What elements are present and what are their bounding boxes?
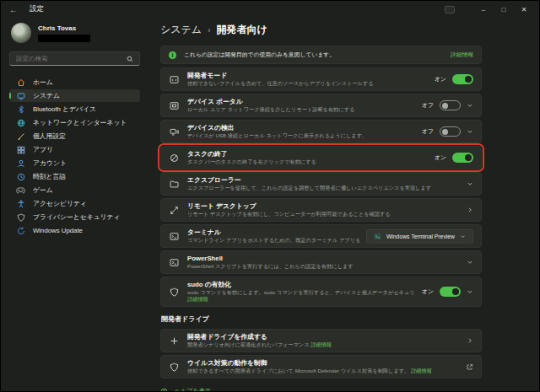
- accounts-icon: [16, 159, 25, 168]
- row-title: デバイスの検出: [187, 124, 415, 132]
- search-input[interactable]: [10, 55, 127, 62]
- sidebar-item-system[interactable]: システム: [9, 89, 140, 102]
- apps-icon: [16, 146, 25, 154]
- row-title: sudo の有効化: [187, 281, 415, 289]
- row-subtitle: リモート デスクトップを有効にし、コンピューターが利用可能であることを確認する: [187, 211, 460, 217]
- sidebar-item-network[interactable]: ネットワークとインターネット: [9, 116, 140, 129]
- device-discovery-toggle[interactable]: [440, 126, 461, 137]
- network-icon: [16, 119, 25, 127]
- chevron-down-icon[interactable]: [467, 288, 473, 295]
- banner-text: これらの設定は開発目的での使用のみを意図しています。: [184, 51, 451, 59]
- row-title: 開発者モード: [187, 72, 428, 80]
- row-subtitle: ローカル エリア ネットワーク接続を介したリモート診断を有効にする: [187, 106, 415, 113]
- close-button[interactable]: ✕: [514, 3, 534, 16]
- sidebar-item-label: アカウント: [33, 158, 67, 168]
- sidebar-item-gaming[interactable]: ゲーム: [9, 184, 140, 196]
- breadcrumb-separator: ›: [208, 25, 210, 35]
- get-help-link[interactable]: ヘルプを表示: [160, 387, 482, 392]
- chevron-down-icon[interactable]: [467, 180, 473, 187]
- shield-icon: [169, 362, 180, 372]
- system-icon: [16, 92, 25, 100]
- row-powershell[interactable]: PowerShell PowerShell スクリプトを実行するには、これらの設…: [160, 250, 482, 274]
- minimize-button[interactable]: –: [473, 3, 494, 16]
- banner-learn-more-link[interactable]: 詳細情報: [451, 51, 473, 59]
- sidebar-item-personalization[interactable]: 個人用設定: [9, 130, 140, 142]
- powershell-icon: [169, 258, 180, 267]
- sidebar-item-label: 時刻と言語: [33, 172, 66, 181]
- main-pane: システム › 開発者向け i これらの設定は開発目的での使用のみを意図しています…: [148, 18, 539, 392]
- sudo-learn-more-link[interactable]: 詳細情報: [187, 296, 208, 302]
- row-subtitle: エクスプローラーを使用して、これらの設定を調整して開発者に優しいエクスペリエンス…: [187, 185, 460, 191]
- sidebar-item-home[interactable]: ホーム: [9, 76, 140, 89]
- row-antivirus-control[interactable]: ウイルス対策の動作を制御 信頼できるすべての開発者ドライブにおいて Micros…: [160, 355, 482, 379]
- row-sudo[interactable]: sudo の有効化 sudo コマンドを有効にします。sudo コマンドを実行す…: [160, 277, 482, 307]
- device-discovery-icon: [169, 127, 180, 137]
- chevron-right-icon[interactable]: [467, 337, 473, 344]
- row-device-discovery[interactable]: デバイスの検出 デバイスが USB 接続とローカル ネットワークに表示されるよう…: [160, 120, 482, 143]
- explorer-folder-icon: [169, 180, 180, 189]
- row-end-task[interactable]: タスクの終了 タスク バーのタスクの終了を右クリックで有効にする オン: [160, 146, 482, 169]
- toggle-state-label: オン: [422, 287, 434, 296]
- chevron-down-icon[interactable]: [467, 128, 473, 135]
- row-subtitle: コマンドライン アプリをホストするための、既定のターミナル アプリを選択します: [187, 237, 359, 244]
- page-title: 開発者向け: [216, 23, 267, 37]
- user-profile: Chris Tovas: [11, 23, 140, 43]
- row-terminal[interactable]: ターミナル コマンドライン アプリをホストするための、既定のターミナル アプリを…: [160, 224, 482, 248]
- toggle-state-label: オフ: [422, 101, 434, 110]
- row-title: ターミナル: [187, 228, 359, 237]
- sidebar-item-accessibility[interactable]: アクセシビリティ: [9, 197, 140, 210]
- sidebar-item-accounts[interactable]: アカウント: [9, 157, 140, 169]
- sidebar-item-label: アプリ: [33, 145, 53, 154]
- row-subtitle: sudo コマンドを有効にします。sudo コマンドを実行すると、デバイスと個人…: [187, 289, 415, 296]
- toggle-state-label: オン: [435, 75, 446, 83]
- chevron-down-icon[interactable]: [467, 102, 473, 109]
- row-title: エクスプローラー: [187, 176, 460, 185]
- external-link-icon[interactable]: [466, 363, 473, 371]
- user-name: Chris Tovas: [38, 24, 90, 32]
- row-title: デバイス ポータル: [187, 98, 415, 106]
- sidebar-item-apps[interactable]: アプリ: [9, 143, 140, 156]
- row-remote-desktop[interactable]: リモート デスクトップ リモート デスクトップを有効にし、コンピューターが利用可…: [160, 198, 482, 222]
- info-banner: i これらの設定は開発目的での使用のみを意図しています。 詳細情報: [160, 46, 482, 64]
- sidebar-item-label: Windows Update: [33, 227, 83, 234]
- toggle-state-label: オン: [435, 153, 446, 162]
- back-button[interactable]: ←: [9, 5, 23, 14]
- windows-terminal-icon: [374, 233, 381, 240]
- developer-mode-toggle[interactable]: [452, 74, 473, 84]
- row-title: タスクの終了: [187, 150, 428, 158]
- end-task-toggle[interactable]: [452, 153, 473, 163]
- sidebar-item-time-language[interactable]: 時刻と言語: [9, 170, 140, 183]
- sidebar-item-windows-update[interactable]: Windows Update: [9, 224, 140, 237]
- personalization-icon: [16, 132, 25, 141]
- row-device-portal[interactable]: デバイス ポータル ローカル エリア ネットワーク接続を介したリモート診断を有効…: [160, 94, 482, 117]
- chevron-right-icon[interactable]: [467, 207, 473, 213]
- sidebar-item-label: プライバシーとセキュリティ: [33, 212, 121, 222]
- breadcrumb-system[interactable]: システム: [160, 23, 202, 37]
- row-subtitle: PowerShell スクリプトを実行するには、これらの設定を有効にします: [187, 263, 460, 270]
- row-subtitle: デバイスが USB 接続とローカル ネットワークに表示されるようにします。: [187, 132, 415, 139]
- dev-drive-learn-more-link[interactable]: 詳細情報: [310, 341, 332, 347]
- search-box[interactable]: [9, 51, 140, 66]
- terminal-app-dropdown[interactable]: Windows Terminal Preview: [366, 229, 473, 244]
- sidebar-item-privacy[interactable]: プライバシーとセキュリティ: [9, 211, 140, 223]
- row-create-dev-drive[interactable]: 開発者ドライブを作成する 開発者シナリオ向けに最適化されたパフォーマンス 詳細情…: [160, 329, 482, 352]
- sidebar: Chris Tovas ホーム システム Bluetooth とデバ: [1, 18, 148, 392]
- settings-window: ← 設定 – □ ✕ Chris Tovas: [0, 0, 540, 392]
- maximize-button[interactable]: □: [494, 3, 514, 16]
- chevron-down-icon[interactable]: [467, 259, 473, 266]
- avatar: [11, 23, 31, 43]
- sudo-shield-icon: [169, 287, 180, 297]
- antivirus-learn-more-link[interactable]: 詳細情報: [411, 368, 432, 373]
- sudo-toggle[interactable]: [440, 287, 461, 297]
- row-explorer[interactable]: エクスプローラー エクスプローラーを使用して、これらの設定を調整して開発者に優し…: [160, 172, 482, 196]
- privacy-shield-icon: [16, 213, 25, 222]
- sidebar-item-label: 個人用設定: [33, 132, 66, 141]
- sidebar-item-bluetooth[interactable]: Bluetooth とデバイス: [9, 103, 140, 115]
- row-developer-mode[interactable]: 開発者モード 信頼できないファイルを含めて、任意のソースからアプリをインストール…: [160, 67, 482, 91]
- window-title: 設定: [30, 4, 44, 14]
- gaming-icon: [16, 186, 25, 195]
- search-icon: [127, 56, 133, 62]
- windows-update-icon: [16, 227, 25, 235]
- device-portal-toggle[interactable]: [440, 100, 461, 110]
- titlebar-widget-icon[interactable]: [445, 6, 455, 13]
